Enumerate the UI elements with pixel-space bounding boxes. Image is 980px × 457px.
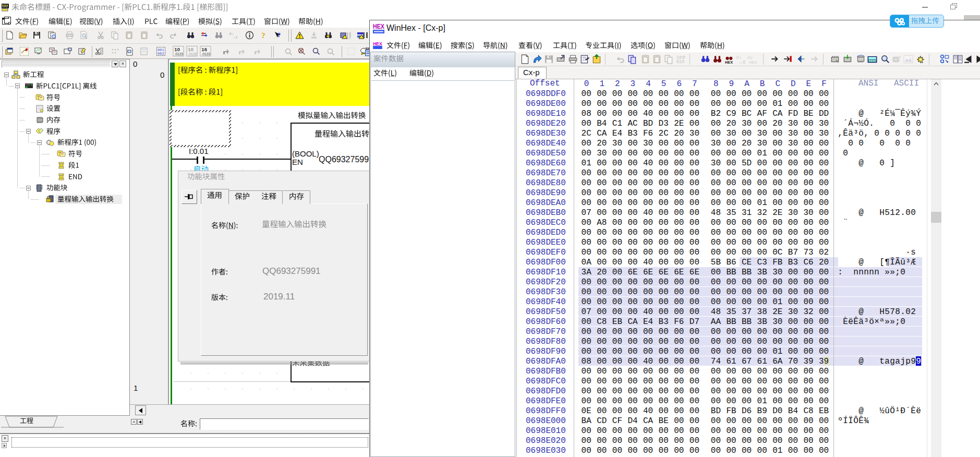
svg-text:002: 002 xyxy=(158,52,164,56)
svg-text:HEX: HEX xyxy=(373,23,384,30)
svg-text:HEX: HEX xyxy=(725,60,733,64)
svg-text:010: 010 xyxy=(676,59,684,64)
svg-text:10: 10 xyxy=(188,46,193,52)
svg-text:.0123: .0123 xyxy=(201,52,210,56)
svg-text:→B: →B xyxy=(739,59,745,64)
svg-text:?: ? xyxy=(261,31,265,40)
svg-text:HEX: HEX xyxy=(749,60,757,64)
svg-text:→B: →B xyxy=(232,35,237,40)
svg-text:HEX: HEX xyxy=(373,41,382,46)
svg-text:.0123: .0123 xyxy=(188,52,197,56)
svg-text:10: 10 xyxy=(174,46,180,52)
svg-text:?: ? xyxy=(277,31,281,39)
svg-text:run: run xyxy=(346,37,351,40)
svg-text:A↕: A↕ xyxy=(747,55,753,60)
svg-text:16: 16 xyxy=(201,46,207,52)
svg-text:.0123: .0123 xyxy=(174,52,183,56)
